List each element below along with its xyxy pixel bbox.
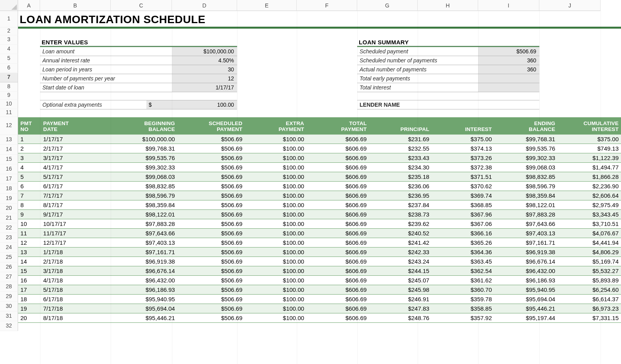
cell[interactable]: 1/17/18 (41, 248, 114, 257)
cell[interactable]: $243.24 (369, 257, 431, 266)
cell[interactable]: $506.69 (177, 153, 245, 163)
cell[interactable]: $100.00 (245, 153, 307, 163)
row-header-19[interactable]: 19 (0, 194, 18, 204)
row-header-1[interactable]: 1 (0, 11, 18, 27)
cell[interactable]: $606.69 (307, 191, 369, 200)
table-row[interactable]: 1111/17/17$97,643.66$506.69$100.00$606.6… (18, 229, 621, 238)
cell[interactable]: $506.69 (177, 182, 245, 191)
row-header-11[interactable]: 11 (0, 109, 18, 117)
cell[interactable]: 5/17/17 (41, 172, 114, 182)
cell[interactable]: $235.18 (369, 172, 431, 182)
cell[interactable]: 1/17/17 (41, 135, 114, 144)
cell[interactable]: 9/17/17 (41, 210, 114, 219)
cell[interactable]: $372.38 (432, 163, 494, 172)
summary-value-cell[interactable]: $506.69 (478, 47, 539, 56)
cell[interactable]: $236.95 (369, 191, 431, 200)
row-header-3[interactable]: 3 (0, 35, 18, 45)
cell[interactable]: 17 (18, 285, 41, 295)
cell[interactable]: $4,441.94 (557, 238, 621, 248)
cell[interactable]: 8 (18, 200, 41, 210)
cell[interactable]: $100.00 (245, 229, 307, 238)
cell[interactable]: $606.69 (307, 313, 369, 323)
cell[interactable]: $374.13 (432, 144, 494, 153)
cell[interactable]: 4/17/17 (41, 163, 114, 172)
row-header-32[interactable]: 32 (0, 321, 18, 331)
cell[interactable]: $244.15 (369, 266, 431, 276)
enter-value-cell[interactable]: 1/17/17 (172, 83, 237, 92)
table-row[interactable]: 11/17/17$100,000.00$506.69$100.00$606.69… (18, 135, 621, 144)
cell[interactable]: 5/17/18 (41, 285, 114, 295)
table-row[interactable]: 175/17/18$96,186.93$506.69$100.00$606.69… (18, 285, 621, 295)
cell[interactable]: $100.00 (245, 313, 307, 323)
cell[interactable]: $98,832.85 (114, 182, 177, 191)
table-row[interactable]: 1212/17/17$97,403.13$506.69$100.00$606.6… (18, 238, 621, 248)
cell[interactable]: $97,643.66 (494, 219, 557, 229)
cell[interactable]: $360.70 (432, 285, 494, 295)
cell[interactable]: $100.00 (245, 276, 307, 285)
cell[interactable]: $233.43 (369, 153, 431, 163)
cell[interactable]: $606.69 (307, 200, 369, 210)
optional-extra-cell[interactable]: $ 100.00 (146, 100, 237, 109)
cell[interactable]: $234.30 (369, 163, 431, 172)
table-row[interactable]: 153/17/18$96,676.14$506.69$100.00$606.69… (18, 266, 621, 276)
cell[interactable]: $236.06 (369, 182, 431, 191)
cell[interactable]: $100.00 (245, 238, 307, 248)
cell[interactable]: $97,883.28 (494, 210, 557, 219)
cell[interactable]: $506.69 (177, 144, 245, 153)
cell[interactable]: $6,973.23 (557, 304, 621, 313)
cell[interactable]: $1,494.77 (557, 163, 621, 172)
cell[interactable]: $606.69 (307, 229, 369, 238)
cell[interactable]: $359.78 (432, 295, 494, 304)
cell[interactable]: $1,866.28 (557, 172, 621, 182)
table-row[interactable]: 164/17/18$96,432.00$506.69$100.00$606.69… (18, 276, 621, 285)
col-header[interactable]: CUMULATIVEINTEREST (557, 117, 621, 135)
cell[interactable]: $237.84 (369, 200, 431, 210)
cell[interactable]: $363.45 (432, 257, 494, 266)
cell[interactable]: $100.00 (245, 285, 307, 295)
cell[interactable]: $96,186.93 (114, 285, 177, 295)
cell[interactable]: $97,883.28 (114, 219, 177, 229)
table-row[interactable]: 22/17/17$99,768.31$506.69$100.00$606.69$… (18, 144, 621, 153)
column-header-h[interactable]: H (418, 0, 478, 11)
cell[interactable]: $5,893.89 (557, 276, 621, 285)
cell[interactable]: $606.69 (307, 219, 369, 229)
cell[interactable]: 11 (18, 229, 41, 238)
cell[interactable]: 6 (18, 182, 41, 191)
cell[interactable]: $371.51 (432, 172, 494, 182)
summary-value-cell[interactable] (478, 83, 539, 92)
cell[interactable]: $98,359.84 (494, 191, 557, 200)
cell[interactable]: 3/17/18 (41, 266, 114, 276)
cell[interactable]: 5 (18, 172, 41, 182)
cell[interactable]: $95,446.21 (494, 304, 557, 313)
column-header-b[interactable]: B (40, 0, 111, 11)
cell[interactable]: $357.92 (432, 313, 494, 323)
cell[interactable]: 3/17/17 (41, 153, 114, 163)
table-row[interactable]: 131/17/18$97,161.71$506.69$100.00$606.69… (18, 248, 621, 257)
cell[interactable]: $367.96 (432, 210, 494, 219)
cell[interactable]: $240.52 (369, 229, 431, 238)
cell[interactable]: $99,535.76 (114, 153, 177, 163)
cell[interactable]: $100.00 (245, 266, 307, 276)
cell[interactable]: $96,676.14 (114, 266, 177, 276)
col-header[interactable]: TOTALPAYMENT (307, 117, 369, 135)
cell[interactable]: $96,432.00 (494, 266, 557, 276)
col-header[interactable]: SCHEDULEDPAYMENT (177, 117, 245, 135)
cell[interactable]: $99,302.33 (494, 153, 557, 163)
col-header[interactable]: BEGINNINGBALANCE (114, 117, 177, 135)
cell[interactable]: 12 (18, 238, 41, 248)
cell[interactable]: $375.00 (432, 135, 494, 144)
cell[interactable]: $606.69 (307, 304, 369, 313)
cell[interactable]: $99,068.03 (494, 163, 557, 172)
cell[interactable]: $100.00 (245, 257, 307, 266)
cell[interactable]: 2/17/18 (41, 257, 114, 266)
row-header-14[interactable]: 14 (0, 145, 18, 155)
cell[interactable]: 16 (18, 276, 41, 285)
cell[interactable]: $100.00 (245, 295, 307, 304)
column-header-a[interactable]: A (18, 0, 40, 11)
cell[interactable]: $100.00 (245, 219, 307, 229)
row-header-17[interactable]: 17 (0, 174, 18, 184)
row-header-5[interactable]: 5 (0, 54, 18, 64)
cell[interactable]: $4,806.29 (557, 248, 621, 257)
cell[interactable]: $506.69 (177, 200, 245, 210)
cell[interactable]: $245.07 (369, 276, 431, 285)
